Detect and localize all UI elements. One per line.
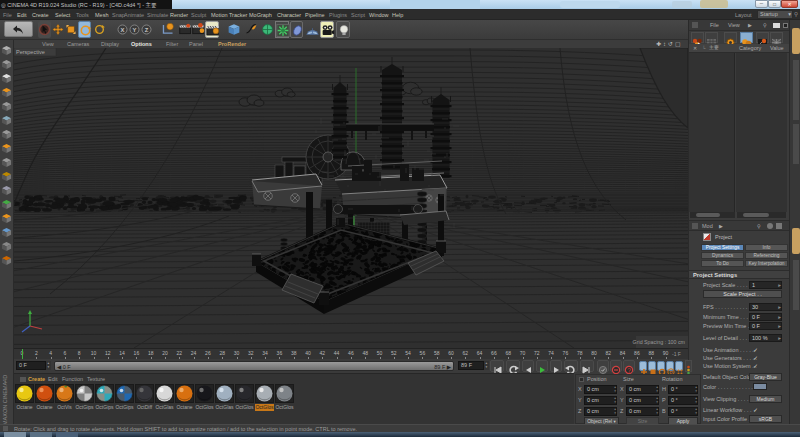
svg-text:Z: Z — [145, 27, 149, 33]
svg-text:X: X — [121, 27, 125, 33]
svg-text:Perspective: Perspective — [16, 49, 45, 55]
svg-text:Grid Spacing : 100 cm: Grid Spacing : 100 cm — [633, 339, 686, 345]
svg-text:Y: Y — [133, 27, 137, 33]
svg-text:?: ? — [627, 367, 631, 374]
